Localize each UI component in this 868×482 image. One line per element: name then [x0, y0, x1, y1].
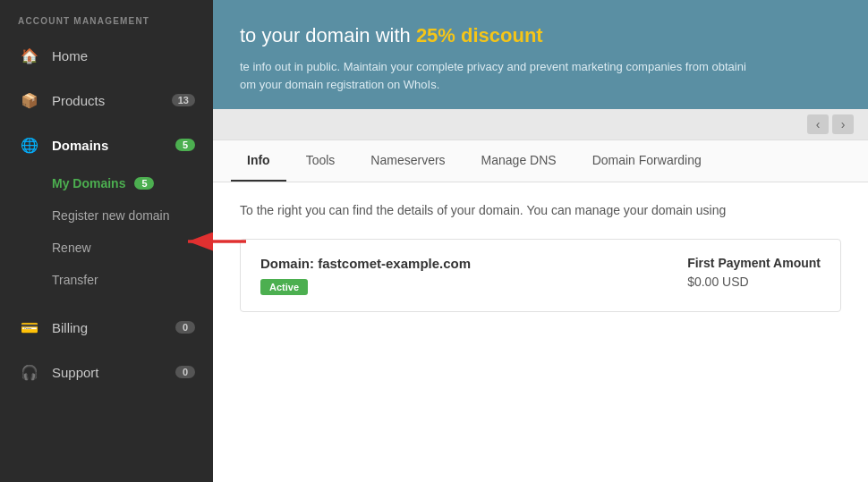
home-icon: 🏠 [18, 44, 41, 67]
submenu-label: Transfer [52, 273, 98, 287]
tab-nameservers[interactable]: Nameservers [354, 140, 461, 182]
submenu-label: Renew [52, 241, 91, 255]
domain-card: Domain: fastcomet-example.com Active Fir… [240, 239, 841, 312]
sidebar-item-label: Products [52, 93, 105, 108]
discount-banner: to your domain with 25% discount te info… [213, 0, 868, 109]
sidebar-item-products[interactable]: 📦 Products 13 [0, 78, 213, 123]
products-icon: 📦 [18, 89, 41, 112]
domains-badge: 5 [175, 139, 195, 151]
submenu-item-register[interactable]: Register new domain [0, 199, 213, 232]
toggle-area: ‹ › [213, 109, 868, 140]
sidebar-item-label: Support [52, 365, 99, 380]
submenu-label: My Domains [52, 176, 125, 190]
sidebar: ACCOUNT MANAGEMENT 🏠 Home 📦 Products 13 … [0, 0, 213, 482]
tabs-bar: Info Tools Nameservers Manage DNS Domain… [213, 140, 868, 182]
banner-title-start: to your domain with [240, 24, 416, 47]
domain-payment-info: First Payment Amount $0.00 USD [687, 256, 821, 289]
domain-value: fastcomet-example.com [318, 256, 471, 271]
domains-icon: 🌐 [18, 133, 41, 156]
domain-name: Domain: fastcomet-example.com [260, 256, 471, 271]
domain-info-left: Domain: fastcomet-example.com Active [260, 256, 471, 295]
support-icon: 🎧 [18, 360, 41, 384]
domain-status-badge: Active [260, 279, 308, 295]
domain-label: Domain: [260, 256, 318, 271]
products-badge: 13 [172, 94, 195, 106]
content-description: To the right you can find the details of… [240, 200, 841, 220]
sidebar-item-support[interactable]: 🎧 Support 0 [0, 350, 213, 394]
banner-title: to your domain with 25% discount [240, 20, 841, 51]
tab-manage-dns[interactable]: Manage DNS [465, 140, 573, 182]
banner-text-line1: te info out in public. Maintain your com… [240, 58, 841, 93]
sidebar-item-domains[interactable]: 🌐 Domains 5 [0, 123, 213, 167]
my-domains-badge: 5 [134, 177, 154, 190]
collapse-button[interactable]: ‹ [807, 114, 829, 134]
submenu-label: Register new domain [52, 208, 170, 223]
discount-text: 25% discount [416, 24, 543, 47]
section-label: ACCOUNT MANAGEMENT [0, 0, 213, 33]
sidebar-item-label: Billing [52, 320, 88, 335]
submenu-item-my-domains[interactable]: My Domains 5 [0, 167, 213, 199]
submenu-item-transfer[interactable]: Transfer [0, 264, 213, 296]
tab-domain-forwarding[interactable]: Domain Forwarding [576, 140, 718, 182]
sidebar-item-home[interactable]: 🏠 Home [0, 33, 213, 78]
submenu-item-renew[interactable]: Renew [0, 232, 213, 264]
sidebar-item-label: Domains [52, 138, 108, 153]
support-badge: 0 [175, 366, 195, 378]
sidebar-item-billing[interactable]: 💳 Billing 0 [0, 305, 213, 350]
payment-label: First Payment Amount [687, 256, 821, 270]
sidebar-item-label: Home [52, 48, 88, 63]
main-content: to your domain with 25% discount te info… [213, 0, 868, 482]
tab-info[interactable]: Info [231, 140, 286, 182]
billing-icon: 💳 [18, 316, 41, 339]
tab-tools[interactable]: Tools [290, 140, 352, 182]
payment-amount: $0.00 USD [687, 275, 821, 289]
expand-button[interactable]: › [832, 114, 854, 134]
billing-badge: 0 [175, 321, 195, 334]
content-area: To the right you can find the details of… [213, 182, 868, 482]
